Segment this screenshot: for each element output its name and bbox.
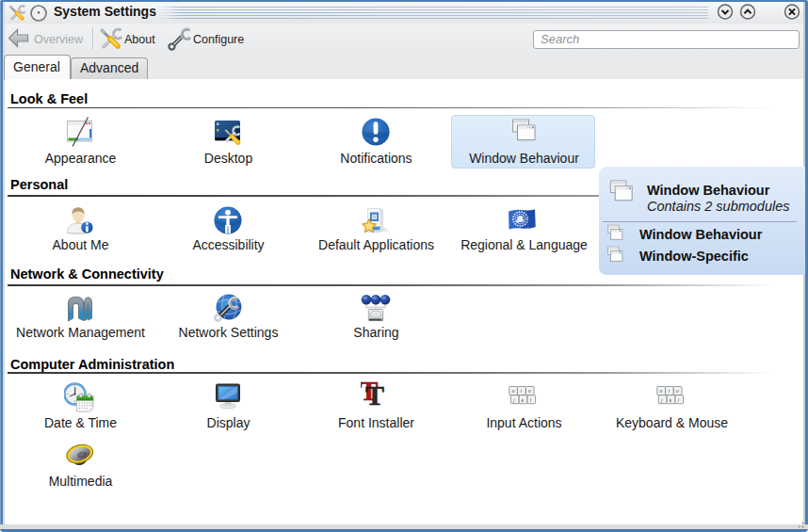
svg-text:o: o	[528, 388, 531, 394]
svg-text:u: u	[659, 388, 662, 394]
svg-text:j: j	[660, 397, 663, 403]
svg-text:u: u	[511, 388, 514, 394]
svg-text:o: o	[676, 388, 679, 394]
svg-text:j: j	[512, 397, 515, 403]
svg-text:T: T	[365, 380, 384, 411]
svg-text:k: k	[670, 397, 672, 403]
svg-text:k: k	[522, 397, 525, 403]
